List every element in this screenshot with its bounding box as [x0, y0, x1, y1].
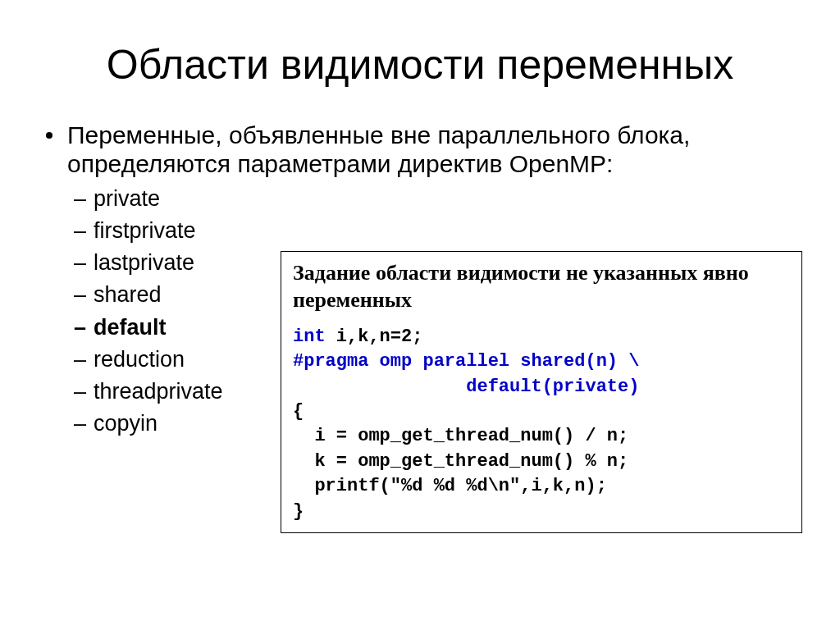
code-line-k: k = omp_get_thread_num() % n;	[293, 451, 628, 472]
code-box: Задание области видимости не указанных я…	[281, 251, 802, 533]
code-box-title: Задание области видимости не указанных я…	[293, 260, 790, 313]
slide-body: Переменные, объявленные вне параллельног…	[41, 121, 799, 440]
code-block: int i,k,n=2; #pragma omp parallel shared…	[293, 325, 790, 524]
code-pragma-line2: default(private)	[293, 377, 639, 397]
code-pragma-line1: #pragma omp parallel shared(n) \	[293, 351, 639, 372]
slide: Области видимости переменных Переменные,…	[0, 0, 840, 630]
main-bullet-text: Переменные, объявленные вне параллельног…	[67, 121, 690, 177]
sub-item-firstprivate: firstprivate	[94, 215, 799, 247]
code-line-i: i = omp_get_thread_num() / n;	[293, 426, 628, 446]
bullet-dot-icon	[46, 132, 52, 139]
sub-item-private: private	[94, 183, 799, 215]
code-brace-close: }	[293, 501, 304, 522]
slide-title: Области видимости переменных	[41, 41, 799, 89]
code-line-print: printf("%d %d %d\n",i,k,n);	[293, 476, 607, 496]
main-bullet: Переменные, объявленные вне параллельног…	[41, 121, 799, 178]
code-decl-rest: i,k,n=2;	[326, 326, 423, 347]
code-kw-int: int	[293, 326, 326, 347]
code-brace-open: {	[293, 401, 304, 422]
